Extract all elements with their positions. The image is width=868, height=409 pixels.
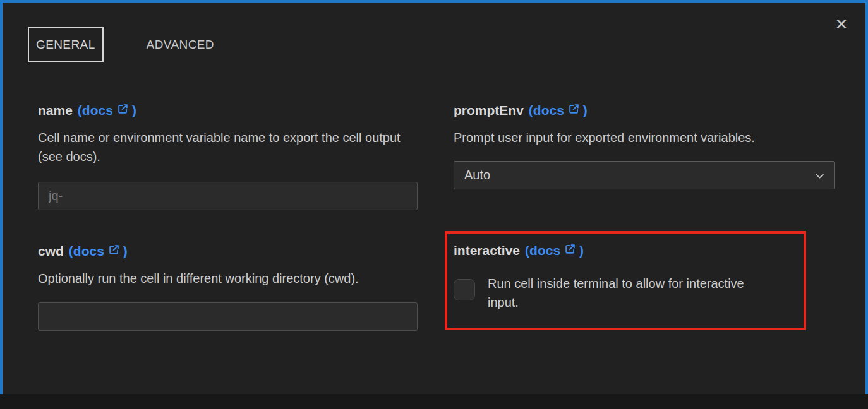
field-label-name: name (docs ) <box>38 102 418 119</box>
docs-link-close: ) <box>132 102 136 119</box>
interactive-checkbox-label: Run cell inside terminal to allow for in… <box>488 274 772 312</box>
field-group-name: name (docs ) Cell name or environment va… <box>38 102 418 210</box>
notebook-cell-config-screen: GENERAL ADVANCED ✕ name (docs <box>0 0 868 409</box>
external-link-icon <box>117 102 129 119</box>
field-group-cwd: cwd (docs ) Optionally run the cell in d… <box>38 242 418 331</box>
field-group-interactive-highlighted: interactive (docs ) Run cell inside te <box>445 231 806 330</box>
field-promptenv-text: promptEnv <box>454 102 524 119</box>
promptenv-select[interactable]: Auto <box>454 161 835 189</box>
promptenv-selected-value: Auto <box>464 168 490 182</box>
field-label-interactive: interactive (docs ) <box>454 242 792 259</box>
docs-link-text: (docs <box>529 102 564 119</box>
field-interactive-text: interactive <box>454 242 520 259</box>
field-label-promptenv: promptEnv (docs ) <box>454 102 835 119</box>
cwd-input[interactable] <box>38 302 418 331</box>
tab-advanced[interactable]: ADVANCED <box>145 27 215 62</box>
interactive-checkbox-row: Run cell inside terminal to allow for in… <box>454 274 792 312</box>
external-link-icon <box>564 242 576 259</box>
docs-link-text: (docs <box>525 242 560 259</box>
field-group-promptenv: promptEnv (docs ) Prompt user input for … <box>454 102 835 189</box>
close-icon: ✕ <box>835 15 848 33</box>
field-description-promptenv: Prompt user input for exported environme… <box>454 128 835 147</box>
field-description-name: Cell name or environment variable name t… <box>38 128 418 166</box>
interactive-checkbox[interactable] <box>454 279 475 300</box>
docs-link-cwd[interactable]: (docs ) <box>69 242 128 260</box>
name-input[interactable] <box>38 182 418 210</box>
docs-link-close: ) <box>579 242 584 259</box>
docs-link-promptenv[interactable]: (docs ) <box>529 102 588 119</box>
tab-bar: GENERAL ADVANCED <box>28 27 215 62</box>
tab-general[interactable]: GENERAL <box>28 27 104 62</box>
external-link-icon <box>108 242 120 260</box>
docs-link-interactive[interactable]: (docs ) <box>525 242 584 259</box>
field-name-text: name <box>38 102 73 119</box>
chevron-down-icon <box>814 170 826 185</box>
field-cwd-text: cwd <box>38 242 64 260</box>
field-label-cwd: cwd (docs ) <box>38 242 418 260</box>
external-link-icon <box>568 102 580 119</box>
docs-link-close: ) <box>583 102 588 119</box>
field-description-cwd: Optionally run the cell in different wor… <box>38 269 418 288</box>
docs-link-name[interactable]: (docs ) <box>78 102 136 119</box>
docs-link-text: (docs <box>78 102 113 119</box>
docs-link-text: (docs <box>69 242 104 260</box>
close-button[interactable]: ✕ <box>831 14 852 34</box>
cell-configuration-dialog: GENERAL ADVANCED ✕ name (docs <box>0 0 868 394</box>
docs-link-close: ) <box>123 242 128 260</box>
